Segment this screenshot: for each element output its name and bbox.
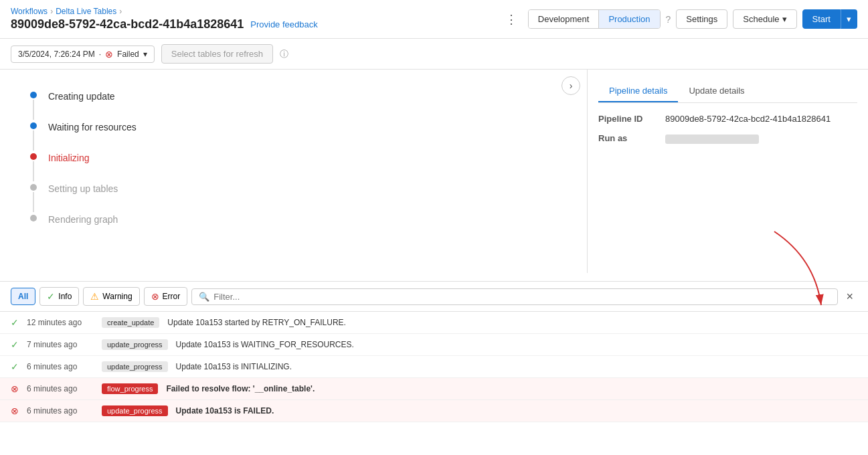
top-nav: Workflows › Delta Live Tables › 89009de8… [0,0,868,39]
main-area: › Creating update Waiting for resources … [0,70,868,273]
step-dot [30,92,37,98]
status-chevron-icon: ▾ [143,50,147,59]
schedule-chevron-icon: ▾ [782,14,787,24]
select-tables-label: Select tables for refresh [171,49,263,59]
pipeline-id-field: Pipeline ID 89009de8-5792-42ca-bcd2-41b4… [598,114,857,124]
step-connector [27,90,40,120]
select-tables-button[interactable]: Select tables for refresh [161,44,273,64]
run-as-value [665,133,759,146]
settings-button[interactable]: Settings [676,9,727,29]
step-connector [27,151,40,181]
top-nav-right: ⋮ Development Production ? Settings Sche… [500,9,857,29]
breadcrumb: Workflows › Delta Live Tables › [11,7,318,16]
collapse-panel-button[interactable]: › [561,76,580,95]
top-nav-left: Workflows › Delta Live Tables › 89009de8… [11,7,318,31]
feedback-link[interactable]: Provide feedback [250,19,317,29]
production-button[interactable]: Production [599,10,659,28]
start-dropdown-button[interactable]: ▾ [841,9,857,29]
step-dot [30,215,37,221]
run-datetime: 3/5/2024, 7:26:24 PM [18,50,95,59]
pipeline-id-display: 89009de8-5792-42ca-bcd2-41b4a1828641 [11,17,244,31]
run-as-field: Run as [598,133,857,146]
step-label: Rendering graph [48,213,118,244]
pipeline-title: 89009de8-5792-42ca-bcd2-41b4a1828641 Pro… [11,17,318,31]
step-line [33,100,34,120]
step-item: Rendering graph [27,213,560,244]
run-status-pill[interactable]: 3/5/2024, 7:26:24 PM · ⊗ Failed ▾ [11,46,155,63]
right-panel: Pipeline details Update details Pipeline… [587,70,868,273]
step-item: Creating update [27,90,560,120]
breadcrumb-delta-live-tables[interactable]: Delta Live Tables [56,7,116,16]
start-group: Start ▾ [802,9,857,29]
status-dot: · [99,50,101,59]
breadcrumb-sep1: › [50,7,53,16]
development-button[interactable]: Development [529,10,600,28]
fail-icon: ⊗ [105,49,113,60]
schedule-button[interactable]: Schedule ▾ [733,9,796,29]
step-item: Setting up tables [27,182,560,213]
start-button[interactable]: Start [802,9,841,29]
panel-tabs: Pipeline details Update details [598,80,857,103]
step-item: Waiting for resources [27,120,560,151]
step-label: Initializing [48,151,89,182]
step-connector [27,120,40,151]
breadcrumb-workflows[interactable]: Workflows [11,7,48,16]
pipeline-id-value: 89009de8-5792-42ca-bcd2-41b4a1828641 [665,114,831,124]
status-label: Failed [117,50,139,59]
step-line [33,161,34,181]
step-list: Creating update Waiting for resources In… [27,90,560,244]
step-line [33,192,34,212]
step-dot [30,184,37,191]
more-options-button[interactable]: ⋮ [500,9,523,29]
select-tables-info-icon[interactable]: ⓘ [280,48,288,60]
run-as-blurred [665,134,759,144]
production-help-icon[interactable]: ? [666,14,671,25]
pipeline-id-label: Pipeline ID [598,114,659,124]
toolbar: 3/5/2024, 7:26:24 PM · ⊗ Failed ▾ Select… [0,39,868,70]
schedule-label: Schedule [743,14,779,24]
step-dot [30,153,37,160]
run-as-label: Run as [598,133,659,146]
tab-update-details[interactable]: Update details [678,80,755,102]
step-dot [30,122,37,129]
tab-pipeline-details[interactable]: Pipeline details [598,80,678,102]
breadcrumb-sep2: › [119,7,122,16]
step-label: Setting up tables [48,182,118,213]
environment-toggle: Development Production [528,9,661,29]
step-connector [27,182,40,212]
pipeline-steps-panel: › Creating update Waiting for resources … [0,70,587,273]
step-line [33,130,34,151]
step-connector [27,213,40,221]
step-label: Creating update [48,90,115,120]
step-label: Waiting for resources [48,120,137,151]
step-item: Initializing [27,151,560,182]
